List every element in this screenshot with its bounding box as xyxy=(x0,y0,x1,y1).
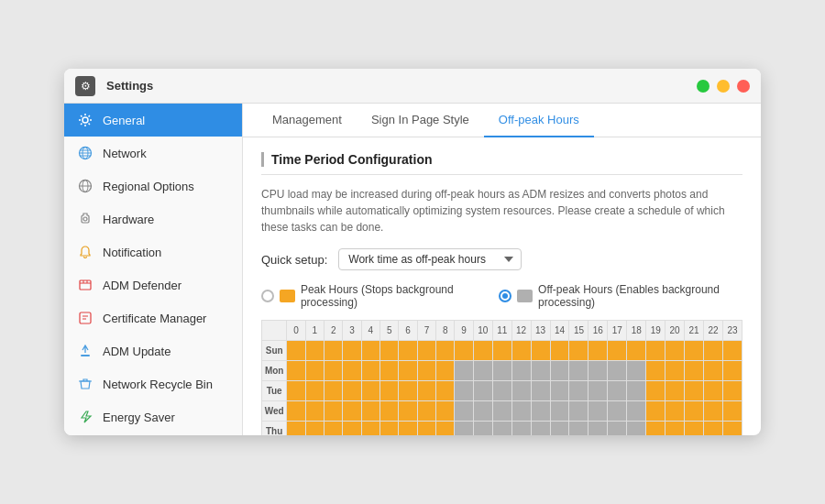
cell-sun-13[interactable] xyxy=(531,341,550,361)
cell-tue-19[interactable] xyxy=(646,381,666,401)
cell-wed-17[interactable] xyxy=(608,401,627,422)
cell-tue-8[interactable] xyxy=(436,381,455,401)
sidebar-item-cert-manager[interactable]: Certificate Manager xyxy=(64,301,242,334)
cell-mon-3[interactable] xyxy=(343,361,361,381)
cell-wed-6[interactable] xyxy=(399,401,417,422)
cell-thu-15[interactable] xyxy=(569,422,588,436)
cell-wed-11[interactable] xyxy=(492,401,512,422)
cell-mon-8[interactable] xyxy=(436,361,455,381)
cell-tue-1[interactable] xyxy=(305,381,324,401)
cell-thu-5[interactable] xyxy=(380,422,399,436)
cell-thu-18[interactable] xyxy=(627,422,646,436)
cell-mon-6[interactable] xyxy=(399,361,417,381)
cell-tue-11[interactable] xyxy=(492,381,512,401)
cell-mon-19[interactable] xyxy=(646,361,666,381)
cell-thu-17[interactable] xyxy=(608,422,627,436)
cell-sun-10[interactable] xyxy=(473,341,492,361)
cell-mon-14[interactable] xyxy=(550,361,569,381)
cell-thu-14[interactable] xyxy=(550,422,569,436)
cell-wed-19[interactable] xyxy=(646,401,666,422)
cell-thu-12[interactable] xyxy=(512,422,531,436)
cell-wed-2[interactable] xyxy=(324,401,343,422)
cell-sun-2[interactable] xyxy=(324,341,343,361)
cell-tue-3[interactable] xyxy=(343,381,361,401)
cell-wed-15[interactable] xyxy=(569,401,588,422)
cell-thu-19[interactable] xyxy=(646,422,666,436)
close-button[interactable] xyxy=(737,80,750,93)
sidebar-item-regional[interactable]: Regional Options xyxy=(64,170,242,203)
cell-tue-10[interactable] xyxy=(473,381,492,401)
sidebar-item-notification[interactable]: Notification xyxy=(64,236,242,268)
cell-sun-6[interactable] xyxy=(399,341,417,361)
cell-mon-9[interactable] xyxy=(455,361,473,381)
cell-thu-3[interactable] xyxy=(343,422,361,436)
cell-thu-8[interactable] xyxy=(436,422,455,436)
cell-tue-18[interactable] xyxy=(627,381,646,401)
cell-tue-6[interactable] xyxy=(399,381,417,401)
cell-sun-4[interactable] xyxy=(361,341,380,361)
cell-wed-5[interactable] xyxy=(380,401,399,422)
cell-wed-20[interactable] xyxy=(666,401,685,422)
cell-sun-1[interactable] xyxy=(305,341,324,361)
cell-thu-23[interactable] xyxy=(722,422,742,436)
cell-sun-0[interactable] xyxy=(287,341,305,361)
cell-wed-22[interactable] xyxy=(704,401,723,422)
cell-wed-8[interactable] xyxy=(436,401,455,422)
cell-tue-15[interactable] xyxy=(569,381,588,401)
cell-sun-21[interactable] xyxy=(685,341,704,361)
cell-tue-20[interactable] xyxy=(666,381,685,401)
cell-wed-0[interactable] xyxy=(287,401,305,422)
cell-mon-10[interactable] xyxy=(473,361,492,381)
cell-wed-14[interactable] xyxy=(550,401,569,422)
cell-wed-3[interactable] xyxy=(343,401,361,422)
cell-mon-22[interactable] xyxy=(704,361,723,381)
cell-sun-22[interactable] xyxy=(704,341,723,361)
cell-mon-20[interactable] xyxy=(666,361,685,381)
tab-management[interactable]: Management xyxy=(258,104,357,137)
sidebar-item-energy-saver[interactable]: Energy Saver xyxy=(64,400,242,433)
cell-sun-9[interactable] xyxy=(455,341,473,361)
maximize-button[interactable] xyxy=(697,80,710,93)
tab-off-peak[interactable]: Off-peak Hours xyxy=(484,104,594,137)
cell-thu-1[interactable] xyxy=(305,422,324,436)
cell-tue-23[interactable] xyxy=(722,381,742,401)
cell-mon-5[interactable] xyxy=(380,361,399,381)
cell-sun-19[interactable] xyxy=(646,341,666,361)
cell-sun-11[interactable] xyxy=(492,341,512,361)
peak-radio[interactable] xyxy=(261,290,274,302)
cell-mon-18[interactable] xyxy=(627,361,646,381)
cell-wed-12[interactable] xyxy=(512,401,531,422)
tab-sign-in[interactable]: Sign In Page Style xyxy=(357,104,484,137)
sidebar-item-ez-connect[interactable]: EZ-Connect xyxy=(64,433,242,435)
cell-tue-16[interactable] xyxy=(588,381,608,401)
cell-tue-22[interactable] xyxy=(704,381,723,401)
cell-mon-13[interactable] xyxy=(531,361,550,381)
quick-setup-select[interactable]: Work time as off-peak hours Custom None xyxy=(338,248,522,270)
cell-wed-1[interactable] xyxy=(305,401,324,422)
sidebar-item-adm-defender[interactable]: ADM Defender xyxy=(64,268,242,301)
cell-mon-23[interactable] xyxy=(722,361,742,381)
cell-sun-14[interactable] xyxy=(550,341,569,361)
cell-thu-4[interactable] xyxy=(361,422,380,436)
cell-tue-2[interactable] xyxy=(324,381,343,401)
cell-thu-13[interactable] xyxy=(531,422,550,436)
cell-wed-4[interactable] xyxy=(361,401,380,422)
cell-sun-23[interactable] xyxy=(722,341,742,361)
minimize-button[interactable] xyxy=(717,80,730,93)
cell-mon-2[interactable] xyxy=(324,361,343,381)
sidebar-item-hardware[interactable]: Hardware xyxy=(64,203,242,236)
cell-mon-11[interactable] xyxy=(492,361,512,381)
cell-sun-17[interactable] xyxy=(608,341,627,361)
cell-tue-9[interactable] xyxy=(455,381,473,401)
cell-thu-7[interactable] xyxy=(417,422,435,436)
cell-sun-20[interactable] xyxy=(666,341,685,361)
cell-sun-15[interactable] xyxy=(569,341,588,361)
sidebar-item-network-recycle[interactable]: Network Recycle Bin xyxy=(64,367,242,400)
cell-thu-6[interactable] xyxy=(399,422,417,436)
cell-thu-20[interactable] xyxy=(666,422,685,436)
cell-tue-4[interactable] xyxy=(361,381,380,401)
cell-sun-3[interactable] xyxy=(343,341,361,361)
cell-mon-12[interactable] xyxy=(512,361,531,381)
cell-mon-1[interactable] xyxy=(305,361,324,381)
cell-thu-10[interactable] xyxy=(473,422,492,436)
